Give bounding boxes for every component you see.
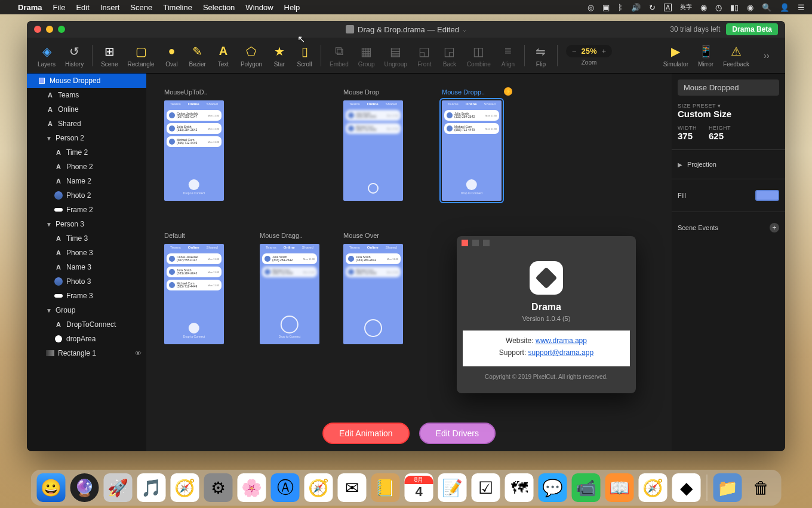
dock-finder[interactable]: 😀 <box>37 473 66 502</box>
window-minimize-button[interactable] <box>46 26 53 33</box>
layer-row[interactable]: ▼Person 2 <box>27 131 146 145</box>
layer-row[interactable]: APhone 3 <box>27 246 146 260</box>
dock-safari-3[interactable]: 🧭 <box>639 473 668 502</box>
edit-drivers-button[interactable]: Edit Drivers <box>419 423 496 444</box>
text-tool[interactable]: AText <box>211 44 236 68</box>
flip-tool[interactable]: ⇋Flip <box>528 44 553 68</box>
mirror-tool[interactable]: 📱Mirror <box>693 44 718 68</box>
layer-row[interactable]: AName 2 <box>27 174 146 188</box>
scene-card-mousedragg[interactable]: Mouse Dragg.. TeamsOnlineShared Julia Sm… <box>260 244 319 344</box>
height-value[interactable]: 625 <box>709 131 731 141</box>
notification-center-icon[interactable]: ☰ <box>798 3 805 12</box>
volume-icon[interactable]: 🔊 <box>631 3 641 12</box>
oval-tool[interactable]: ●Oval <box>159 44 184 68</box>
size-preset-value[interactable]: Custom Size <box>678 109 779 119</box>
spotlight-icon[interactable]: 🔍 <box>762 3 771 12</box>
layer-row[interactable]: AShared <box>27 117 146 131</box>
layer-row[interactable]: ▼Group <box>27 303 146 317</box>
titlebar[interactable]: Drag & Drop.drama — Edited ⌵ 30 trial da… <box>27 21 785 38</box>
history-tool[interactable]: ↺History <box>60 44 88 68</box>
layer-row[interactable]: Frame 2 <box>27 203 146 217</box>
fill-swatch[interactable] <box>755 190 779 201</box>
dock-drama[interactable]: ◆ <box>672 473 701 502</box>
input-source-icon[interactable]: A <box>664 4 672 11</box>
menu-timeline[interactable]: Timeline <box>163 3 192 12</box>
battery-icon[interactable]: ▮▯ <box>730 3 739 12</box>
dock-notes[interactable]: 📝 <box>438 473 467 502</box>
width-value[interactable]: 375 <box>678 131 697 141</box>
menu-selection[interactable]: Selection <box>203 3 235 12</box>
support-link[interactable]: support@drama.app <box>528 348 594 357</box>
scene-tool[interactable]: ⊞Scene <box>96 44 122 68</box>
scene-card-mousedropped[interactable]: Mouse Dropp.. ⚡ TeamsOnlineShared Julia … <box>442 100 502 201</box>
layer-row[interactable]: Rectangle 1👁 <box>27 346 146 360</box>
scene-card-mousedrop[interactable]: Mouse Drop TeamsOnlineShared Julia Smith… <box>343 100 403 201</box>
dock-contacts[interactable]: 📒 <box>371 473 400 502</box>
dock-maps[interactable]: 🗺 <box>505 473 534 502</box>
menu-file[interactable]: File <box>53 3 65 12</box>
clock-status-icon[interactable]: ◷ <box>715 3 722 12</box>
ungroup-tool[interactable]: ▤Ungroup <box>380 44 412 68</box>
zoom-level[interactable]: 25% <box>582 47 597 56</box>
menu-insert[interactable]: Insert <box>100 3 120 12</box>
bluetooth-icon[interactable]: ᛒ <box>618 3 623 12</box>
star-tool[interactable]: ★Star <box>267 44 292 68</box>
input-lang-icon[interactable]: 英字 <box>680 3 692 11</box>
window-zoom-button[interactable] <box>58 26 65 33</box>
timemachine-icon[interactable]: ↻ <box>649 3 656 12</box>
layer-row[interactable]: ATime 2 <box>27 145 146 160</box>
circle-icon[interactable]: ◎ <box>588 3 594 12</box>
dock-safari-2[interactable]: 🧭 <box>304 473 333 502</box>
dock-downloads[interactable]: 📁 <box>713 473 742 502</box>
group-tool[interactable]: ▦Group <box>353 44 380 68</box>
dock-books[interactable]: 📖 <box>605 473 634 502</box>
front-tool[interactable]: ◱Front <box>412 44 437 68</box>
menu-scene[interactable]: Scene <box>130 3 152 12</box>
simulator-tool[interactable]: ▶Simulator <box>659 44 693 68</box>
layer-row[interactable]: Mouse Dropped <box>27 74 146 88</box>
zoom-out-button[interactable]: − <box>572 47 577 56</box>
menu-window[interactable]: Window <box>245 3 273 12</box>
dock-trash[interactable]: 🗑 <box>747 473 776 502</box>
scene-card-default[interactable]: Default TeamsOnlineShared Carlos Jaskols… <box>164 244 224 344</box>
dock-appstore[interactable]: Ⓐ <box>271 473 300 502</box>
layer-row[interactable]: Frame 3 <box>27 289 146 303</box>
layer-row[interactable]: Photo 2 <box>27 188 146 203</box>
document-title[interactable]: Drag & Drop.drama — Edited ⌵ <box>346 25 466 34</box>
wifi-icon[interactable]: ◉ <box>700 3 707 12</box>
user-icon[interactable]: 👤 <box>780 3 789 12</box>
layer-row[interactable]: APhone 2 <box>27 160 146 174</box>
dock-photos[interactable]: 🌸 <box>238 473 266 502</box>
scroll-tool[interactable]: ▯Scroll <box>292 44 317 68</box>
dock-messages[interactable]: 💬 <box>539 473 567 502</box>
edit-animation-button[interactable]: Edit Animation <box>322 423 410 444</box>
zoom-in-button[interactable]: + <box>602 47 607 56</box>
layer-row[interactable]: ATeams <box>27 88 146 102</box>
menu-edit[interactable]: Edit <box>76 3 89 12</box>
back-tool[interactable]: ◲Back <box>437 44 462 68</box>
layer-row[interactable]: dropArea <box>27 332 146 346</box>
clipboard-icon[interactable]: ▣ <box>602 3 610 12</box>
dock-settings[interactable]: ⚙ <box>204 473 233 502</box>
menu-help[interactable]: Help <box>284 3 300 12</box>
layer-row[interactable]: ADropToConnect <box>27 317 146 332</box>
chevron-down-icon[interactable]: ⌵ <box>463 26 466 33</box>
dock-reminders[interactable]: ☑ <box>472 473 500 502</box>
layer-row[interactable]: AName 3 <box>27 260 146 274</box>
dock-safari-1[interactable]: 🧭 <box>171 473 199 502</box>
add-event-button[interactable]: + <box>770 223 779 232</box>
website-link[interactable]: www.drama.app <box>536 336 587 345</box>
align-tool[interactable]: ≡Align <box>496 44 521 68</box>
scene-card-mouseup[interactable]: MouseUpToD.. TeamsOnlineShared Carlos Ja… <box>164 100 224 201</box>
app-name[interactable]: Drama <box>18 3 42 12</box>
dock-siri[interactable]: 🔮 <box>70 473 99 502</box>
overflow-tool[interactable]: ›› <box>754 48 779 63</box>
about-close-button[interactable] <box>462 240 468 246</box>
combine-tool[interactable]: ◫Combine <box>462 44 496 68</box>
feedback-tool[interactable]: ⚠Feedback <box>718 44 754 68</box>
dock-calendar[interactable]: 8月4 <box>405 473 433 502</box>
dock-mail[interactable]: ✉ <box>338 473 367 502</box>
bezier-tool[interactable]: ✎Bezier <box>184 44 211 68</box>
embed-tool[interactable]: ⧉Embed <box>325 44 353 68</box>
dock-itunes[interactable]: 🎵 <box>137 473 166 502</box>
